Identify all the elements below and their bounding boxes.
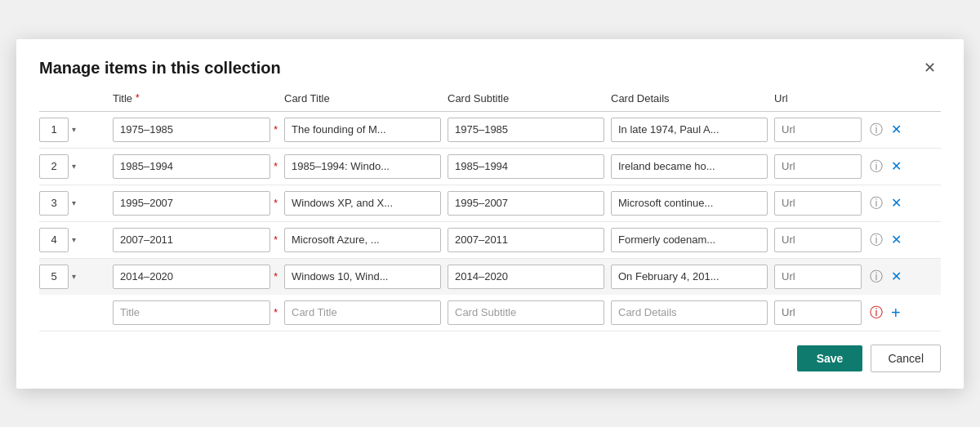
- new-row-card-title-cell: [284, 300, 448, 325]
- required-indicator: *: [274, 234, 278, 246]
- row-num-cell: 2 ▾: [39, 154, 113, 179]
- required-indicator: *: [274, 271, 278, 282]
- card-subtitle-input[interactable]: [448, 154, 604, 179]
- title-input[interactable]: [113, 118, 270, 142]
- chevron-down-icon[interactable]: ▾: [72, 125, 76, 134]
- card-title-cell: [284, 265, 448, 289]
- info-button[interactable]: ⓘ: [868, 158, 884, 175]
- chevron-down-icon[interactable]: ▾: [72, 235, 76, 244]
- row-number: 5: [39, 265, 69, 289]
- col-header-num: [39, 92, 113, 105]
- new-row: * ⓘ +: [39, 295, 941, 331]
- url-input[interactable]: [774, 228, 862, 252]
- card-title-cell: [284, 118, 448, 142]
- card-subtitle-cell: [448, 265, 611, 289]
- card-subtitle-cell: [448, 191, 611, 216]
- url-input[interactable]: [774, 154, 862, 179]
- new-card-subtitle-input[interactable]: [448, 300, 604, 325]
- new-card-title-input[interactable]: [284, 300, 441, 325]
- required-indicator: *: [274, 161, 278, 172]
- info-button[interactable]: ⓘ: [868, 122, 884, 138]
- new-row-card-subtitle-cell: [448, 300, 611, 325]
- new-title-required: *: [274, 307, 278, 318]
- dialog-header: Manage items in this collection ✕: [39, 59, 941, 78]
- card-subtitle-input[interactable]: [448, 265, 604, 289]
- card-title-cell: [284, 228, 448, 252]
- chevron-down-icon[interactable]: ▾: [72, 162, 76, 171]
- card-title-input[interactable]: [284, 118, 441, 142]
- chevron-down-icon[interactable]: ▾: [72, 198, 76, 207]
- info-button[interactable]: ⓘ: [868, 195, 884, 211]
- new-row-title-cell: *: [113, 300, 284, 325]
- new-title-input[interactable]: [113, 300, 270, 325]
- row-actions: ⓘ ✕: [868, 269, 909, 285]
- title-input[interactable]: [113, 265, 270, 289]
- col-header-card-title: Card Title: [284, 92, 448, 105]
- new-row-add-button[interactable]: +: [889, 303, 902, 322]
- url-input[interactable]: [774, 191, 862, 216]
- new-row-card-details-cell: [611, 300, 774, 325]
- col-header-actions: [868, 92, 909, 105]
- card-details-input[interactable]: [611, 228, 768, 252]
- title-input[interactable]: [113, 154, 270, 179]
- row-num-cell: 4 ▾: [39, 228, 113, 252]
- delete-button[interactable]: ✕: [889, 122, 903, 138]
- delete-button[interactable]: ✕: [889, 195, 903, 211]
- title-cell: *: [113, 118, 284, 142]
- new-row-info-button[interactable]: ⓘ: [868, 305, 884, 321]
- card-details-input[interactable]: [611, 265, 768, 289]
- title-input[interactable]: [113, 228, 270, 252]
- table-row: 1 ▾ * ⓘ ✕: [39, 112, 941, 149]
- close-button[interactable]: ✕: [919, 59, 941, 77]
- title-cell: *: [113, 191, 284, 216]
- card-subtitle-cell: [448, 154, 611, 179]
- url-cell: [774, 154, 868, 179]
- card-subtitle-input[interactable]: [448, 191, 604, 216]
- title-cell: *: [113, 265, 284, 289]
- card-title-input[interactable]: [284, 154, 441, 179]
- title-cell: *: [113, 154, 284, 179]
- card-title-input[interactable]: [284, 228, 441, 252]
- card-title-input[interactable]: [284, 265, 441, 289]
- new-row-actions: ⓘ +: [868, 303, 909, 322]
- card-details-cell: [611, 154, 774, 179]
- card-subtitle-cell: [448, 118, 611, 142]
- url-cell: [774, 265, 868, 289]
- card-details-cell: [611, 118, 774, 142]
- new-row-url-cell: [774, 300, 868, 325]
- card-details-cell: [611, 228, 774, 252]
- url-input[interactable]: [774, 118, 862, 142]
- delete-button[interactable]: ✕: [889, 232, 903, 248]
- card-subtitle-input[interactable]: [448, 228, 604, 252]
- row-num-cell: 1 ▾: [39, 118, 113, 142]
- info-button[interactable]: ⓘ: [868, 232, 884, 248]
- info-button[interactable]: ⓘ: [868, 269, 884, 285]
- card-details-cell: [611, 265, 774, 289]
- save-button[interactable]: Save: [797, 345, 863, 371]
- card-title-input[interactable]: [284, 191, 441, 216]
- table-row: 5 ▾ * ⓘ ✕: [39, 259, 941, 295]
- title-input[interactable]: [113, 191, 270, 216]
- card-details-input[interactable]: [611, 154, 768, 179]
- required-indicator: *: [274, 198, 278, 209]
- column-headers: Title * Card Title Card Subtitle Card De…: [39, 92, 941, 112]
- row-number: 4: [39, 228, 69, 252]
- table-row: 2 ▾ * ⓘ ✕: [39, 149, 941, 185]
- title-cell: *: [113, 228, 284, 252]
- card-title-cell: [284, 191, 448, 216]
- url-input[interactable]: [774, 265, 862, 289]
- new-url-input[interactable]: [774, 300, 862, 325]
- col-header-title: Title *: [113, 92, 284, 105]
- manage-dialog: Manage items in this collection ✕ Title …: [16, 39, 964, 389]
- chevron-down-icon[interactable]: ▾: [72, 272, 76, 281]
- cancel-button[interactable]: Cancel: [871, 345, 941, 372]
- new-card-details-input[interactable]: [611, 300, 768, 325]
- delete-button[interactable]: ✕: [889, 269, 903, 285]
- required-indicator: *: [274, 124, 278, 136]
- delete-button[interactable]: ✕: [889, 158, 903, 175]
- dialog-footer: Save Cancel: [39, 345, 941, 372]
- row-actions: ⓘ ✕: [868, 195, 909, 211]
- card-details-input[interactable]: [611, 191, 768, 216]
- card-details-input[interactable]: [611, 118, 768, 142]
- card-subtitle-input[interactable]: [448, 118, 604, 142]
